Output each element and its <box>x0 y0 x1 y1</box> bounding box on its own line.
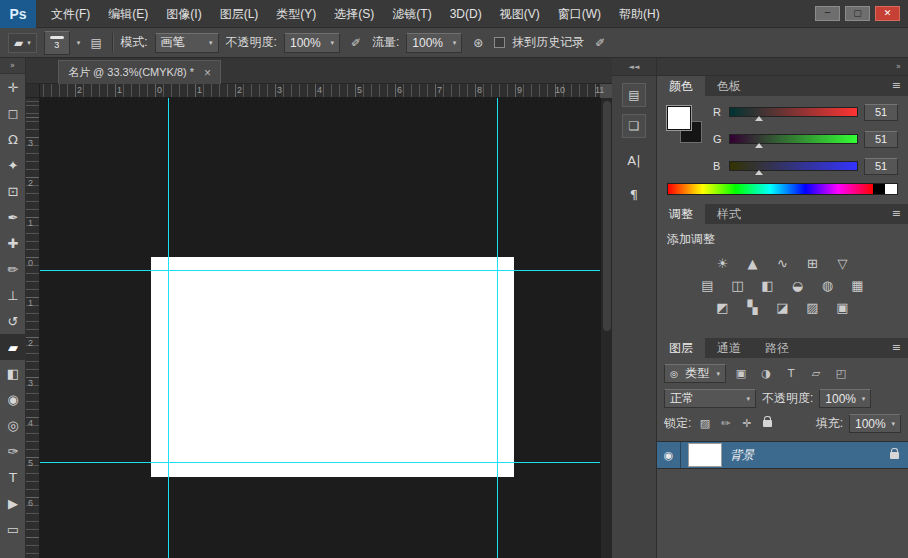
clone-stamp-tool-button[interactable]: ⊥ <box>0 282 26 308</box>
pen-tool-button[interactable]: ✑ <box>0 438 26 464</box>
scrollbar-thumb[interactable] <box>603 101 611 331</box>
lasso-tool-button[interactable]: Ω <box>0 126 26 152</box>
close-button[interactable]: ✕ <box>875 6 900 21</box>
toolbar-collapse-icon[interactable]: » <box>0 58 25 74</box>
filter-smart-objects-icon[interactable]: ◰ <box>831 365 851 382</box>
lock-transparent-pixels-icon[interactable]: ▨ <box>697 416 712 431</box>
horizontal-ruler[interactable]: 2 1 0 1 2 3 4 5 6 7 8 9 10 11 <box>40 84 600 98</box>
pressure-opacity-icon[interactable]: ✐ <box>347 34 365 52</box>
blue-channel-slider[interactable] <box>729 161 858 171</box>
green-channel-value[interactable]: 51 <box>864 131 898 148</box>
chevron-down-icon[interactable]: ▾ <box>77 39 81 47</box>
gradient-tool-button[interactable]: ◧ <box>0 360 26 386</box>
filter-shape-layers-icon[interactable]: ▱ <box>806 365 826 382</box>
tab-swatches[interactable]: 色板 <box>705 76 753 96</box>
spectrum-black-swatch[interactable] <box>873 184 885 194</box>
rectangle-tool-button[interactable]: ▭ <box>0 516 26 542</box>
filter-pixel-layers-icon[interactable]: ▣ <box>731 365 751 382</box>
guide-vertical-right[interactable] <box>497 98 498 558</box>
blue-channel-value[interactable]: 51 <box>864 158 898 175</box>
erase-to-history-checkbox[interactable] <box>494 37 505 48</box>
menu-3d[interactable]: 3D(D) <box>441 0 491 28</box>
move-tool-button[interactable]: ✛ <box>0 74 26 100</box>
mode-select[interactable]: 画笔 ▾ <box>155 33 219 53</box>
green-channel-slider[interactable] <box>729 134 858 144</box>
vertical-ruler[interactable]: 3 2 1 0 1 2 3 4 5 6 <box>26 98 40 558</box>
menu-type[interactable]: 类型(Y) <box>267 0 325 28</box>
spectrum-gradient[interactable] <box>668 184 873 194</box>
guide-horizontal-bottom[interactable] <box>40 462 600 463</box>
path-selection-tool-button[interactable]: ▶ <box>0 490 26 516</box>
layer-visibility-toggle[interactable]: ◉ <box>657 442 681 468</box>
layer-opacity-select[interactable]: 100% ▾ <box>819 389 871 408</box>
tab-adjustments[interactable]: 调整 <box>657 204 705 224</box>
menu-filter[interactable]: 滤镜(T) <box>383 0 440 28</box>
flow-select[interactable]: 100% ▾ <box>406 33 462 53</box>
slider-thumb[interactable] <box>755 116 763 121</box>
filter-type-layers-icon[interactable]: T <box>781 365 801 382</box>
menu-image[interactable]: 图像(I) <box>157 0 210 28</box>
blend-mode-select[interactable]: 正常 ▾ <box>664 389 756 408</box>
black-white-adjustment-icon[interactable]: ◧ <box>758 277 778 294</box>
menu-help[interactable]: 帮助(H) <box>610 0 669 28</box>
menu-select[interactable]: 选择(S) <box>325 0 383 28</box>
crop-tool-button[interactable]: ⊡ <box>0 178 26 204</box>
tab-channels[interactable]: 通道 <box>705 338 753 358</box>
slider-thumb[interactable] <box>755 143 763 148</box>
collapse-panels-icon[interactable]: » <box>657 58 908 76</box>
levels-adjustment-icon[interactable]: ▲ <box>743 255 763 272</box>
panel-menu-icon[interactable]: ≡ <box>892 204 901 224</box>
eraser-tool-button[interactable]: ▰ <box>0 334 26 360</box>
channel-mixer-adjustment-icon[interactable]: ◍ <box>818 277 838 294</box>
tool-preset-picker[interactable]: ▰ ▾ <box>8 33 37 53</box>
exposure-adjustment-icon[interactable]: ⊞ <box>803 255 823 272</box>
panel-menu-icon[interactable]: ≡ <box>892 76 901 96</box>
vibrance-adjustment-icon[interactable]: ▽ <box>833 255 853 272</box>
vertical-scrollbar[interactable] <box>600 98 612 558</box>
menu-file[interactable]: 文件(F) <box>42 0 99 28</box>
minimize-button[interactable]: ─ <box>815 6 840 21</box>
guide-vertical-left[interactable] <box>168 98 169 558</box>
menu-view[interactable]: 视图(V) <box>491 0 549 28</box>
character-panel-icon[interactable]: A| <box>622 148 646 172</box>
brush-tool-button[interactable]: ✏ <box>0 256 26 282</box>
opacity-select[interactable]: 100% ▾ <box>284 33 340 53</box>
menu-window[interactable]: 窗口(W) <box>549 0 610 28</box>
type-tool-button[interactable]: T <box>0 464 26 490</box>
color-lookup-adjustment-icon[interactable]: ▦ <box>848 277 868 294</box>
tab-color[interactable]: 颜色 <box>657 76 705 96</box>
rectangular-marquee-tool-button[interactable]: ◻ <box>0 100 26 126</box>
tab-styles[interactable]: 样式 <box>705 204 753 224</box>
spot-healing-brush-tool-button[interactable]: ✚ <box>0 230 26 256</box>
lock-all-icon[interactable] <box>760 416 775 431</box>
brush-preset-picker[interactable]: 3 <box>44 31 70 55</box>
guide-horizontal-top[interactable] <box>40 270 600 271</box>
posterize-adjustment-icon[interactable]: ▚ <box>743 299 763 316</box>
red-channel-slider[interactable] <box>729 107 858 117</box>
document-canvas[interactable] <box>151 257 514 477</box>
history-brush-tool-button[interactable]: ↺ <box>0 308 26 334</box>
fill-select[interactable]: 100% ▾ <box>849 414 901 433</box>
document-tab[interactable]: 名片 @ 33.3%(CMYK/8) * × <box>58 60 221 84</box>
red-channel-value[interactable]: 51 <box>864 104 898 121</box>
tab-close-icon[interactable]: × <box>204 66 211 80</box>
expand-panels-icon[interactable]: ◄◄ <box>612 58 656 76</box>
selective-color-adjustment-icon[interactable]: ▣ <box>833 299 853 316</box>
lock-position-icon[interactable]: ✛ <box>739 416 754 431</box>
menu-layer[interactable]: 图层(L) <box>211 0 268 28</box>
layer-row-background[interactable]: ◉ 背景 <box>657 441 908 469</box>
foreground-color-swatch[interactable] <box>667 106 691 130</box>
panel-menu-icon[interactable]: ≡ <box>892 338 901 358</box>
brightness-contrast-adjustment-icon[interactable]: ☀ <box>713 255 733 272</box>
maximize-button[interactable]: ▢ <box>845 6 870 21</box>
hue-saturation-adjustment-icon[interactable]: ▤ <box>698 277 718 294</box>
menu-edit[interactable]: 编辑(E) <box>99 0 157 28</box>
curves-adjustment-icon[interactable]: ∿ <box>773 255 793 272</box>
slider-thumb[interactable] <box>755 170 763 175</box>
color-balance-adjustment-icon[interactable]: ◫ <box>728 277 748 294</box>
paragraph-panel-icon[interactable]: ¶ <box>622 182 646 206</box>
spectrum-white-swatch[interactable] <box>885 184 897 194</box>
tab-layers[interactable]: 图层 <box>657 338 705 358</box>
airbrush-icon[interactable]: ⊛ <box>469 34 487 52</box>
layer-filter-type-select[interactable]: ◎ 类型 ▾ <box>664 364 726 383</box>
